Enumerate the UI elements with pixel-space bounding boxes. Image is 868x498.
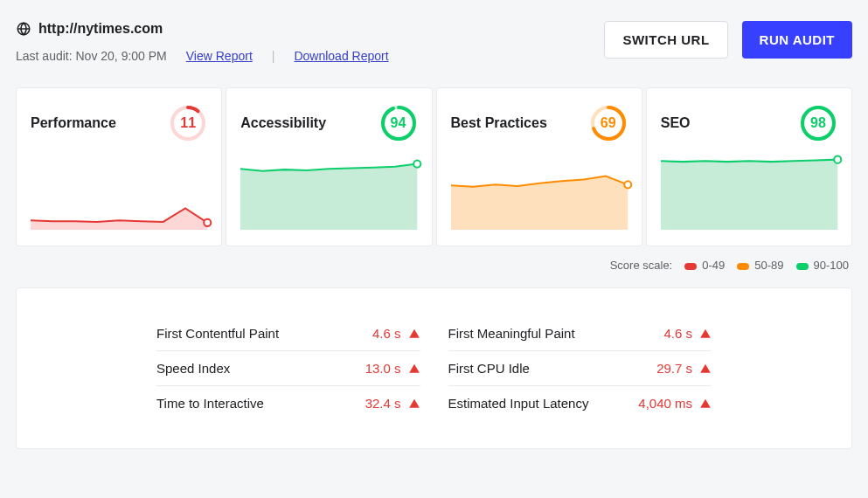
scale-range: 90-100 xyxy=(796,259,849,272)
score-value: 98 xyxy=(799,104,837,142)
alert-triangle-icon xyxy=(699,328,712,340)
alert-triangle-icon xyxy=(408,398,420,410)
alert-triangle-icon xyxy=(699,398,712,410)
metric-row: Estimated Input Latency 4,040 ms xyxy=(448,386,712,420)
metric-row: Speed Index 13.0 s xyxy=(156,351,420,386)
scale-range: 0-49 xyxy=(684,259,725,272)
score-gauge: 94 xyxy=(379,104,418,142)
metric-row: First Meaningful Paint 4.6 s xyxy=(448,316,712,351)
score-value: 94 xyxy=(379,104,418,142)
score-gauge: 98 xyxy=(799,104,837,142)
metric-value: 29.7 s xyxy=(656,361,712,376)
metric-value: 13.0 s xyxy=(365,361,420,376)
metric-row: First Contentful Paint 4.6 s xyxy=(156,316,420,351)
svg-point-12 xyxy=(834,156,841,163)
download-report-link[interactable]: Download Report xyxy=(294,49,388,63)
score-gauge: 69 xyxy=(589,104,628,142)
scale-range: 50-89 xyxy=(737,259,783,272)
score-gauge: 11 xyxy=(169,104,207,142)
metric-value: 4.6 s xyxy=(372,326,420,341)
metric-label: Estimated Input Latency xyxy=(448,396,589,411)
score-value: 11 xyxy=(169,104,207,142)
score-card-accessibility[interactable]: Accessibility 94 xyxy=(226,87,432,246)
audit-url: http://nytimes.com xyxy=(38,21,163,37)
metric-label: First Contentful Paint xyxy=(156,326,279,341)
score-value: 69 xyxy=(589,104,628,142)
score-card-performance[interactable]: Performance 11 xyxy=(16,87,222,246)
score-trend-chart xyxy=(437,158,642,246)
score-card-best-practices[interactable]: Best Practices 69 xyxy=(436,87,642,246)
metric-label: First Meaningful Paint xyxy=(448,326,575,341)
svg-point-9 xyxy=(624,181,631,188)
globe-icon xyxy=(16,21,31,37)
alert-triangle-icon xyxy=(408,328,420,340)
alert-triangle-icon xyxy=(408,363,420,375)
score-scale: Score scale: 0-49 50-89 90-100 xyxy=(16,259,849,272)
metric-row: First CPU Idle 29.7 s xyxy=(448,351,712,386)
separator: | xyxy=(272,49,275,63)
card-title: Accessibility xyxy=(240,115,326,131)
metric-label: Time to Interactive xyxy=(156,396,264,411)
switch-url-button[interactable]: Switch URL xyxy=(604,21,727,59)
score-trend-chart xyxy=(226,158,431,246)
card-title: SEO xyxy=(661,115,691,131)
view-report-link[interactable]: View Report xyxy=(186,49,253,63)
last-audit-label: Last audit: Nov 20, 9:00 PM xyxy=(16,49,167,63)
metric-value: 4.6 s xyxy=(663,326,712,341)
card-title: Best Practices xyxy=(451,115,547,131)
svg-point-6 xyxy=(413,160,420,167)
metric-label: First CPU Idle xyxy=(448,361,530,376)
score-scale-label: Score scale: xyxy=(610,259,673,272)
svg-point-3 xyxy=(204,219,211,226)
metric-label: Speed Index xyxy=(156,361,230,376)
score-trend-chart xyxy=(17,158,221,246)
score-trend-chart xyxy=(647,158,851,246)
alert-triangle-icon xyxy=(699,363,712,375)
run-audit-button[interactable]: Run Audit xyxy=(742,21,852,59)
card-title: Performance xyxy=(31,115,116,131)
metric-value: 32.4 s xyxy=(365,396,420,411)
metric-value: 4,040 ms xyxy=(638,396,712,411)
metric-row: Time to Interactive 32.4 s xyxy=(156,386,420,420)
score-card-seo[interactable]: SEO 98 xyxy=(646,87,852,246)
